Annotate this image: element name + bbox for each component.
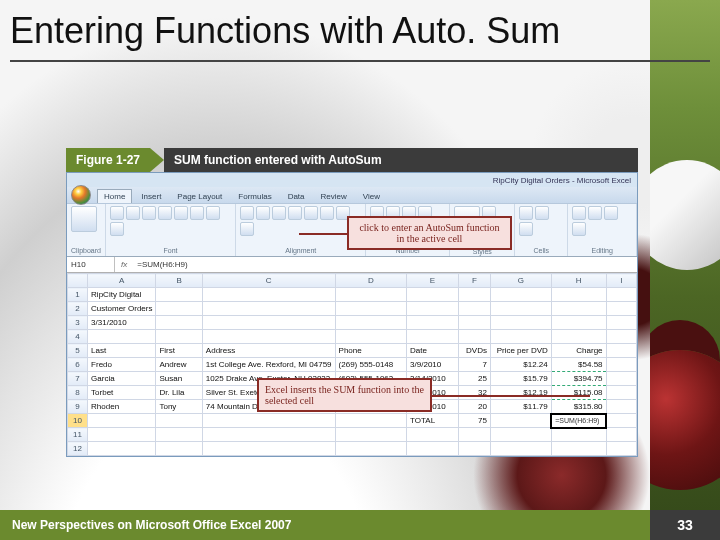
- cell[interactable]: $12.24: [490, 358, 551, 372]
- cell[interactable]: [407, 428, 459, 442]
- cell[interactable]: =SUM(H6:H9): [551, 414, 606, 428]
- office-button-icon[interactable]: [71, 185, 91, 205]
- cell[interactable]: [335, 442, 407, 456]
- cell[interactable]: [202, 302, 335, 316]
- cell[interactable]: [606, 428, 636, 442]
- column-header[interactable]: A: [88, 274, 156, 288]
- cell[interactable]: Address: [202, 344, 335, 358]
- cell[interactable]: [407, 330, 459, 344]
- cell[interactable]: $315.80: [551, 400, 606, 414]
- cell[interactable]: [551, 288, 606, 302]
- row-header[interactable]: 4: [68, 330, 88, 344]
- cell[interactable]: $394.75: [551, 372, 606, 386]
- cell[interactable]: [490, 428, 551, 442]
- cell[interactable]: [202, 330, 335, 344]
- ribbon-button-icon[interactable]: [240, 222, 254, 236]
- cell[interactable]: 1st College Ave. Rexford, MI 04759: [202, 358, 335, 372]
- cell[interactable]: Charge: [551, 344, 606, 358]
- row-header[interactable]: 6: [68, 358, 88, 372]
- cell[interactable]: [490, 414, 551, 428]
- ribbon-button-icon[interactable]: [110, 206, 124, 220]
- cell[interactable]: [606, 288, 636, 302]
- cell[interactable]: Andrew: [156, 358, 202, 372]
- cell[interactable]: [88, 330, 156, 344]
- cell[interactable]: [458, 288, 490, 302]
- ribbon-button-icon[interactable]: [256, 206, 270, 220]
- cell[interactable]: [407, 302, 459, 316]
- cell[interactable]: [156, 330, 202, 344]
- cell[interactable]: 3/9/2010: [407, 358, 459, 372]
- ribbon-button-icon[interactable]: [320, 206, 334, 220]
- cell[interactable]: [88, 428, 156, 442]
- cell[interactable]: [606, 316, 636, 330]
- cell[interactable]: Customer Orders: [88, 302, 156, 316]
- cell[interactable]: [606, 358, 636, 372]
- cell[interactable]: $54.58: [551, 358, 606, 372]
- ribbon-button-icon[interactable]: [272, 206, 286, 220]
- cell[interactable]: [335, 302, 407, 316]
- cell[interactable]: [606, 386, 636, 400]
- ribbon-button-icon[interactable]: [572, 206, 586, 220]
- cell[interactable]: Fredo: [88, 358, 156, 372]
- ribbon-button-icon[interactable]: [288, 206, 302, 220]
- cell[interactable]: Tony: [156, 400, 202, 414]
- column-header[interactable]: B: [156, 274, 202, 288]
- cell[interactable]: [551, 442, 606, 456]
- cell[interactable]: Torbet: [88, 386, 156, 400]
- cell[interactable]: $11.79: [490, 400, 551, 414]
- ribbon-button-icon[interactable]: [572, 222, 586, 236]
- column-header[interactable]: G: [490, 274, 551, 288]
- ribbon-button-icon[interactable]: [142, 206, 156, 220]
- cell[interactable]: [606, 400, 636, 414]
- cell[interactable]: [407, 316, 459, 330]
- column-header[interactable]: H: [551, 274, 606, 288]
- row-header[interactable]: 1: [68, 288, 88, 302]
- ribbon-tab[interactable]: Data: [281, 189, 312, 203]
- name-box[interactable]: H10: [67, 257, 115, 272]
- column-header[interactable]: C: [202, 274, 335, 288]
- cell[interactable]: [156, 442, 202, 456]
- ribbon-button-icon[interactable]: [206, 206, 220, 220]
- row-header[interactable]: 11: [68, 428, 88, 442]
- cell[interactable]: [202, 428, 335, 442]
- column-header[interactable]: E: [407, 274, 459, 288]
- cell[interactable]: [606, 344, 636, 358]
- cell[interactable]: (269) 555-0148: [335, 358, 407, 372]
- cell[interactable]: RipCity Digital: [88, 288, 156, 302]
- select-all-corner[interactable]: [68, 274, 88, 288]
- cell[interactable]: [490, 330, 551, 344]
- row-header[interactable]: 7: [68, 372, 88, 386]
- cell[interactable]: Garcia: [88, 372, 156, 386]
- cell[interactable]: [551, 302, 606, 316]
- cell[interactable]: [606, 414, 636, 428]
- cell[interactable]: [88, 442, 156, 456]
- cell[interactable]: $15.79: [490, 372, 551, 386]
- row-header[interactable]: 2: [68, 302, 88, 316]
- cell[interactable]: $12.19: [490, 386, 551, 400]
- cell[interactable]: TOTAL: [407, 414, 459, 428]
- cell[interactable]: [551, 316, 606, 330]
- cell[interactable]: [156, 316, 202, 330]
- cell[interactable]: [202, 414, 335, 428]
- cell[interactable]: [156, 302, 202, 316]
- cell[interactable]: [606, 330, 636, 344]
- cell[interactable]: [490, 442, 551, 456]
- ribbon-button-icon[interactable]: [604, 206, 618, 220]
- cell[interactable]: [458, 316, 490, 330]
- cell[interactable]: [202, 316, 335, 330]
- ribbon-button-icon[interactable]: [190, 206, 204, 220]
- row-header[interactable]: 8: [68, 386, 88, 400]
- cell[interactable]: Date: [407, 344, 459, 358]
- ribbon-button-icon[interactable]: [519, 206, 533, 220]
- cell[interactable]: 20: [458, 400, 490, 414]
- ribbon-tab[interactable]: View: [356, 189, 387, 203]
- cell[interactable]: [156, 414, 202, 428]
- cell[interactable]: 32: [458, 386, 490, 400]
- ribbon-button-icon[interactable]: [535, 206, 549, 220]
- column-header[interactable]: I: [606, 274, 636, 288]
- ribbon-tab[interactable]: Page Layout: [170, 189, 229, 203]
- cell[interactable]: [335, 414, 407, 428]
- cell[interactable]: 3/31/2010: [88, 316, 156, 330]
- cell[interactable]: First: [156, 344, 202, 358]
- cell[interactable]: [606, 372, 636, 386]
